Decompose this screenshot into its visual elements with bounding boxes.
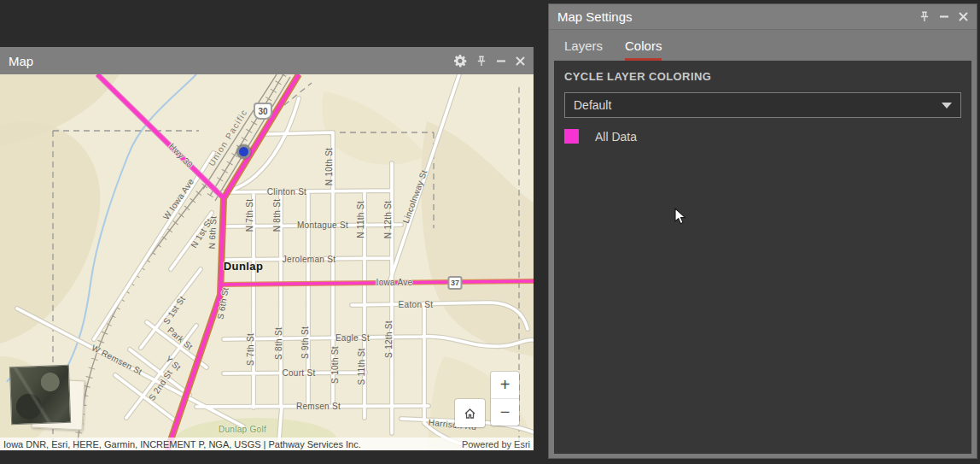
map-label: S 12th St	[384, 320, 394, 358]
map-label: N 7th St	[245, 199, 254, 232]
settings-window-controls	[919, 11, 968, 22]
layer-legend: All Data	[564, 129, 637, 144]
map-canvas[interactable]: Hwy 30W Iowa AveUnion PacificN 1st StN 6…	[0, 74, 534, 450]
map-label: 37	[448, 276, 463, 290]
cycle-coloring-dropdown[interactable]: Default	[564, 92, 961, 118]
settings-tabs: LayersColors	[549, 30, 977, 61]
map-label: N 6th St	[207, 215, 218, 249]
map-settings-window: Map Settings LayersColors CYCLE LAYER CO…	[548, 3, 977, 459]
attribution-text: Iowa DNR, Esri, HERE, Garmin, INCREMENT …	[3, 439, 361, 449]
map-label: S 11th St	[357, 348, 366, 385]
map-window-controls	[454, 55, 525, 68]
dropdown-value: Default	[574, 98, 611, 112]
map-window-title: Map	[9, 54, 446, 68]
map-label: Montague St	[297, 220, 348, 230]
map-label: N 8th St	[272, 199, 282, 232]
map-label: N 12th St	[383, 201, 393, 238]
legend-color-swatch[interactable]	[564, 129, 579, 144]
map-attribution-bar: Iowa DNR, Esri, HERE, Garmin, INCREMENT …	[0, 438, 534, 450]
map-label: N 11th St	[356, 201, 365, 238]
close-icon[interactable]	[516, 56, 525, 66]
settings-window-title: Map Settings	[557, 9, 911, 24]
map-label: W Remsen St	[90, 343, 144, 376]
map-label: Park St	[166, 326, 195, 352]
map-label: 30	[254, 103, 272, 120]
desktop: { "map_window": { "title": "Map", "attri…	[0, 0, 980, 464]
map-label: S 8th St	[274, 327, 283, 360]
map-label: S 7th St	[246, 333, 255, 366]
map-window: Map	[0, 47, 534, 450]
map-label: S 1st St	[161, 294, 187, 326]
home-icon	[463, 407, 477, 420]
pin-icon[interactable]	[476, 56, 487, 67]
map-label: Dunlap Golf	[219, 425, 266, 434]
map-label: W Iowa Ave	[161, 177, 195, 221]
settings-gear-icon[interactable]	[454, 55, 467, 68]
home-button[interactable]	[455, 399, 485, 427]
map-label: Clinton St	[267, 187, 306, 197]
close-icon[interactable]	[959, 12, 968, 21]
chevron-down-icon	[942, 103, 952, 109]
tab-layers[interactable]: Layers	[564, 38, 603, 61]
location-marker[interactable]	[236, 144, 251, 159]
minimize-icon[interactable]	[939, 15, 949, 19]
map-label: Court St	[282, 368, 315, 378]
minimize-icon[interactable]	[496, 59, 506, 63]
map-label: S 6th St	[215, 286, 230, 320]
map-label: Eaton St	[399, 300, 434, 309]
pin-icon[interactable]	[919, 11, 930, 22]
map-label: Dunlap	[224, 260, 263, 273]
map-label: S 10th St	[330, 346, 340, 384]
zoom-in-button[interactable]: +	[491, 372, 519, 398]
legend-label: All Data	[595, 130, 637, 144]
map-label: Jeroleman St	[283, 255, 336, 264]
overview-thumbnail[interactable]	[9, 365, 71, 425]
map-label: Remsen St	[296, 402, 341, 411]
settings-window-titlebar[interactable]: Map Settings	[549, 4, 977, 30]
legend-row[interactable]: All Data	[564, 129, 637, 144]
map-label: Lincolnway St	[401, 168, 429, 224]
map-label: S 2nd St	[147, 368, 174, 402]
mouse-cursor	[674, 208, 687, 229]
map-label: Hwy 30	[167, 142, 195, 170]
map-label: N 10th St	[324, 148, 334, 185]
map-window-titlebar[interactable]: Map	[0, 47, 534, 74]
map-label: Iowa Ave	[376, 278, 413, 287]
zoom-control: + −	[491, 372, 519, 426]
map-label: S 9th St	[300, 326, 310, 359]
zoom-out-button[interactable]: −	[491, 398, 519, 426]
map-label: Eagle St	[335, 333, 370, 343]
tab-colors[interactable]: Colors	[625, 38, 662, 61]
section-heading: CYCLE LAYER COLORING	[564, 70, 711, 83]
settings-content: CYCLE LAYER COLORING Default All Data	[554, 61, 971, 454]
powered-by-esri-link[interactable]: Powered by Esri	[462, 439, 530, 449]
